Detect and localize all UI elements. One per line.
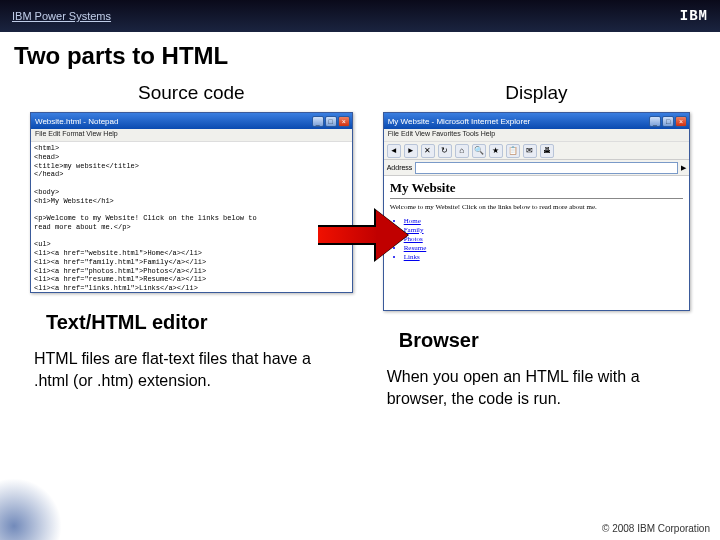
notepad-menubar[interactable]: File Edit Format View Help bbox=[31, 129, 352, 142]
search-icon[interactable]: 🔍 bbox=[472, 144, 486, 158]
home-icon[interactable]: ⌂ bbox=[455, 144, 469, 158]
page-heading: My Website bbox=[390, 180, 683, 196]
browser-window: My Website - Microsoft Internet Explorer… bbox=[383, 112, 690, 311]
page-intro: Welcome to my Website! Click on the link… bbox=[390, 203, 683, 211]
left-desc: HTML files are flat-text files that have… bbox=[30, 348, 353, 391]
link-list: Home Family Photos Resume Links bbox=[390, 217, 683, 261]
list-item[interactable]: Photos bbox=[404, 235, 683, 243]
list-item[interactable]: Home bbox=[404, 217, 683, 225]
arrow-head-icon bbox=[376, 210, 408, 260]
browser-toolbar: ◄ ► ✕ ↻ ⌂ 🔍 ★ 📋 ✉ 🖶 bbox=[384, 142, 689, 160]
address-bar: Address ▶ bbox=[384, 160, 689, 176]
back-icon[interactable]: ◄ bbox=[387, 144, 401, 158]
minimize-icon[interactable]: _ bbox=[649, 116, 661, 127]
address-label: Address bbox=[387, 164, 413, 171]
browser-menubar[interactable]: File Edit View Favorites Tools Help bbox=[384, 129, 689, 142]
close-icon[interactable]: × bbox=[338, 116, 350, 127]
minimize-icon[interactable]: _ bbox=[312, 116, 324, 127]
slide-header: IBM Power Systems IBM bbox=[0, 0, 720, 32]
right-label: Display bbox=[505, 82, 567, 104]
favorites-icon[interactable]: ★ bbox=[489, 144, 503, 158]
mail-icon[interactable]: ✉ bbox=[523, 144, 537, 158]
forward-icon[interactable]: ► bbox=[404, 144, 418, 158]
header-brand: IBM Power Systems bbox=[12, 10, 111, 22]
browser-titlebar: My Website - Microsoft Internet Explorer… bbox=[384, 113, 689, 129]
arrow-graphic bbox=[318, 210, 408, 260]
footer-decoration bbox=[0, 470, 70, 540]
left-label: Source code bbox=[138, 82, 245, 104]
left-column: Source code Website.html - Notepad _ □ ×… bbox=[30, 76, 353, 409]
window-controls: _ □ × bbox=[649, 116, 687, 127]
divider bbox=[390, 198, 683, 199]
notepad-window: Website.html - Notepad _ □ × File Edit F… bbox=[30, 112, 353, 293]
left-subtitle: Text/HTML editor bbox=[30, 311, 207, 334]
right-desc: When you open an HTML file with a browse… bbox=[383, 366, 690, 409]
browser-content: My Website Welcome to my Website! Click … bbox=[384, 176, 689, 310]
notepad-titlebar: Website.html - Notepad _ □ × bbox=[31, 113, 352, 129]
print-icon[interactable]: 🖶 bbox=[540, 144, 554, 158]
window-controls: _ □ × bbox=[312, 116, 350, 127]
arrow-body-icon bbox=[318, 225, 378, 245]
copyright-text: © 2008 IBM Corporation bbox=[602, 523, 710, 534]
address-input[interactable] bbox=[415, 162, 678, 174]
right-subtitle: Browser bbox=[383, 329, 479, 352]
go-icon[interactable]: ▶ bbox=[681, 164, 686, 172]
notepad-content: <html> <head> <title>my website</title> … bbox=[31, 142, 352, 292]
slide-title: Two parts to HTML bbox=[0, 32, 720, 76]
history-icon[interactable]: 📋 bbox=[506, 144, 520, 158]
stop-icon[interactable]: ✕ bbox=[421, 144, 435, 158]
maximize-icon[interactable]: □ bbox=[325, 116, 337, 127]
list-item[interactable]: Family bbox=[404, 226, 683, 234]
list-item[interactable]: Links bbox=[404, 253, 683, 261]
close-icon[interactable]: × bbox=[675, 116, 687, 127]
maximize-icon[interactable]: □ bbox=[662, 116, 674, 127]
ibm-logo: IBM bbox=[680, 8, 708, 24]
browser-title: My Website - Microsoft Internet Explorer bbox=[388, 117, 531, 126]
list-item[interactable]: Resume bbox=[404, 244, 683, 252]
refresh-icon[interactable]: ↻ bbox=[438, 144, 452, 158]
right-column: Display My Website - Microsoft Internet … bbox=[383, 76, 690, 409]
notepad-title: Website.html - Notepad bbox=[35, 117, 118, 126]
